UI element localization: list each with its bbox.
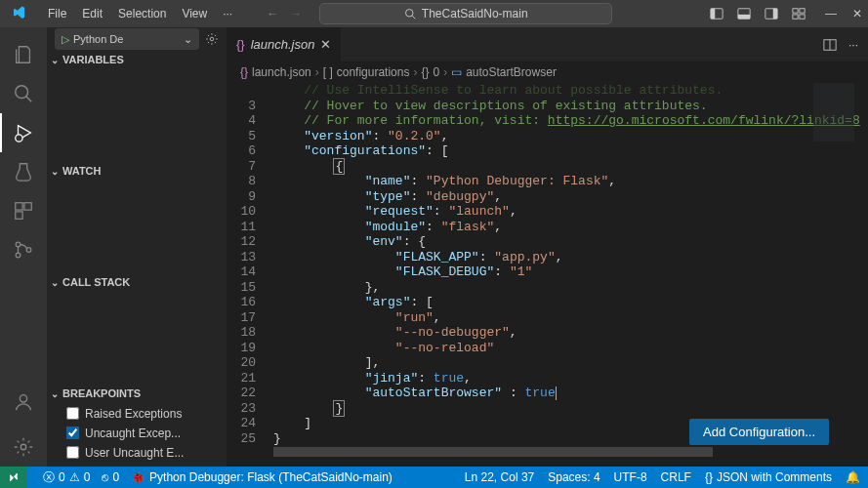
status-problems[interactable]: ⓧ0 ⚠0 — [43, 469, 90, 486]
breakpoints-section[interactable]: ⌄BREAKPOINTS — [47, 385, 227, 402]
callstack-section[interactable]: ⌄CALL STACK — [47, 273, 227, 291]
run-debug-icon[interactable] — [0, 113, 47, 152]
menu-view[interactable]: View — [175, 3, 214, 24]
start-debug-icon[interactable]: ▷ — [62, 33, 69, 46]
vscode-logo-icon — [14, 6, 29, 21]
breakpoint-row[interactable]: User Uncaught E... — [66, 443, 219, 463]
svg-point-23 — [210, 37, 214, 41]
svg-point-22 — [21, 444, 26, 450]
breadcrumb[interactable]: {} launch.json › [ ] configurations › {}… — [227, 61, 868, 83]
editor-tab[interactable]: {} launch.json ✕ — [227, 27, 342, 61]
status-ports[interactable]: ⎋0 — [102, 470, 119, 484]
window-close-icon[interactable]: ✕ — [852, 7, 862, 20]
status-eol[interactable]: CRLF — [661, 470, 691, 484]
svg-point-14 — [16, 135, 22, 142]
bp-checkbox-user-uncaught[interactable] — [66, 446, 79, 459]
command-center-search[interactable]: TheCatSaidNo-main — [319, 3, 612, 24]
breakpoint-row[interactable]: Uncaught Excep... — [66, 424, 219, 443]
debug-icon: 🐞 — [131, 470, 145, 484]
svg-point-0 — [405, 10, 413, 18]
toggle-primary-sidebar-icon[interactable] — [710, 7, 723, 20]
code-content[interactable]: // Use IntelliSense to learn about possi… — [273, 83, 868, 467]
svg-point-19 — [16, 253, 21, 258]
menu-more[interactable]: ··· — [216, 3, 239, 24]
svg-point-18 — [16, 242, 21, 247]
gear-icon[interactable] — [205, 32, 219, 46]
menu-selection[interactable]: Selection — [111, 3, 173, 24]
svg-rect-3 — [711, 9, 715, 20]
source-control-icon[interactable] — [0, 230, 47, 269]
status-indent[interactable]: Spaces: 4 — [548, 470, 599, 484]
warning-icon: ⚠ — [69, 470, 80, 484]
bp-checkbox-uncaught[interactable] — [66, 427, 79, 439]
svg-point-12 — [16, 86, 28, 99]
svg-rect-17 — [16, 212, 22, 219]
toggle-panel-icon[interactable] — [737, 7, 751, 20]
toggle-secondary-sidebar-icon[interactable] — [765, 7, 778, 20]
json-file-icon: {} — [236, 37, 245, 52]
line-numbers: 345678910111213141516171819202122232425 — [227, 83, 273, 467]
extensions-icon[interactable] — [0, 191, 47, 230]
tab-title: launch.json — [251, 37, 315, 52]
nav-forward-icon[interactable]: → — [290, 7, 302, 20]
search-icon — [404, 8, 416, 20]
explorer-icon[interactable] — [0, 35, 47, 74]
title-bar: File Edit Selection View ··· ← → TheCatS… — [0, 0, 868, 27]
breakpoint-row[interactable]: Raised Exceptions — [66, 404, 219, 424]
error-icon: ⓧ — [43, 469, 55, 486]
more-actions-icon[interactable]: ··· — [848, 38, 858, 52]
ports-icon: ⎋ — [102, 470, 108, 484]
close-icon[interactable]: ✕ — [320, 37, 331, 52]
svg-line-1 — [412, 16, 415, 19]
status-language[interactable]: {} JSON with Comments — [705, 470, 832, 484]
debug-config-name: Python De — [73, 33, 123, 45]
testing-icon[interactable] — [0, 152, 47, 191]
status-debugger[interactable]: 🐞Python Debugger: Flask (TheCatSaidNo-ma… — [131, 470, 393, 484]
remote-indicator[interactable] — [0, 467, 27, 488]
notifications-icon[interactable]: 🔔 — [846, 470, 860, 484]
status-bar: ⓧ0 ⚠0 ⎋0 🐞Python Debugger: Flask (TheCat… — [0, 467, 868, 488]
svg-point-21 — [20, 395, 26, 402]
layout-controls — [710, 7, 806, 20]
split-editor-icon[interactable] — [823, 38, 837, 52]
status-cursor-pos[interactable]: Ln 22, Col 37 — [465, 470, 534, 484]
nav-back-icon[interactable]: ← — [267, 7, 278, 20]
customize-layout-icon[interactable] — [792, 7, 806, 20]
svg-rect-11 — [800, 15, 805, 19]
svg-rect-5 — [738, 15, 750, 19]
status-encoding[interactable]: UTF-8 — [614, 470, 647, 484]
menu-bar: File Edit Selection View ··· — [41, 3, 239, 24]
svg-rect-16 — [24, 203, 31, 210]
tab-bar: {} launch.json ✕ ··· — [227, 27, 868, 61]
window-minimize-icon[interactable]: — — [825, 7, 837, 20]
editor-area: {} launch.json ✕ ··· {} launch.json › [ … — [227, 27, 868, 467]
svg-rect-8 — [793, 9, 798, 13]
debug-config-dropdown[interactable]: ▷ Python De ⌄ — [55, 28, 199, 50]
debug-sidebar: ▷ Python De ⌄ ⌄VARIABLES ⌄WATCH ⌄CALL ST… — [47, 27, 227, 467]
svg-rect-9 — [800, 9, 805, 13]
svg-rect-15 — [16, 203, 22, 210]
watch-section[interactable]: ⌄WATCH — [47, 162, 227, 180]
nav-arrows: ← → — [267, 7, 302, 20]
add-configuration-button[interactable]: Add Configuration... — [689, 419, 829, 445]
menu-file[interactable]: File — [41, 3, 73, 24]
activity-bar — [0, 27, 47, 467]
svg-rect-7 — [773, 9, 777, 20]
svg-line-13 — [26, 97, 32, 102]
variables-section[interactable]: ⌄VARIABLES — [47, 51, 227, 68]
accounts-icon[interactable] — [0, 383, 47, 422]
bp-checkbox-raised[interactable] — [66, 407, 79, 420]
menu-edit[interactable]: Edit — [75, 3, 109, 24]
horizontal-scrollbar[interactable] — [273, 447, 868, 457]
search-text: TheCatSaidNo-main — [422, 7, 528, 20]
search-view-icon[interactable] — [0, 74, 47, 113]
settings-icon[interactable] — [0, 427, 47, 467]
code-editor[interactable]: 345678910111213141516171819202122232425 … — [227, 83, 868, 467]
chevron-down-icon: ⌄ — [184, 33, 192, 46]
svg-rect-10 — [793, 15, 798, 19]
